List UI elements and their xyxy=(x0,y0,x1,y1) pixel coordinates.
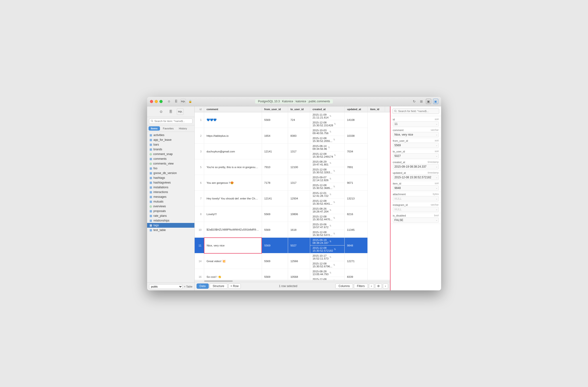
field-chevron-from_user_id[interactable]: ⌄ xyxy=(435,143,439,147)
sidebar-item-comments_view[interactable]: ◎comments_view xyxy=(147,161,194,166)
field-value-comment[interactable]: Nice, very nice xyxy=(393,133,435,137)
sidebar-item-interactions[interactable]: ▦interactions xyxy=(147,190,194,194)
sidebar-item-overviews[interactable]: ◎overviews xyxy=(147,204,194,209)
sidebar-item-hashtags[interactable]: ▦hashtags xyxy=(147,175,194,180)
field-row-item_id[interactable]: item_idint49848⌄ xyxy=(391,181,441,192)
table-row[interactable]: 10$2a$10$HZLN88PNuWWi4ZuS91b8dR98ijt0khl… xyxy=(195,222,390,238)
sidebar-item-comments[interactable]: ▦comments xyxy=(147,156,194,161)
table-row[interactable]: 1💙💙💙55697242015-11-09 21:11:21.614⇅2015-… xyxy=(195,112,390,128)
cell-comment[interactable]: Hey lovely! You should def. enter the Ch… xyxy=(204,191,262,206)
field-chevron-to_user_id[interactable]: ⌄ xyxy=(435,154,439,158)
field-value-is_disabled[interactable]: FALSE xyxy=(393,218,435,222)
sidebar-item-proposals[interactable]: ▦proposals xyxy=(147,209,194,213)
grid-icon[interactable]: ⊞ xyxy=(419,99,424,104)
cell-comment[interactable]: So cool ! 👏 xyxy=(204,269,262,280)
tab-history[interactable]: History xyxy=(177,126,189,131)
field-chevron-created_at[interactable]: ⌄ xyxy=(435,165,439,168)
columns-button[interactable]: Columns xyxy=(335,284,353,289)
minimize-button[interactable] xyxy=(155,100,158,103)
field-value-attachment[interactable]: NULL xyxy=(393,197,435,201)
col-header-comment[interactable]: comment xyxy=(204,106,262,112)
sidebar-item-messages[interactable]: ▦messages xyxy=(147,194,194,199)
tab-items[interactable]: Items xyxy=(148,126,160,131)
cell-comment[interactable]: You're so pretty, this is a nice ni gorg… xyxy=(204,159,262,175)
cell-comment[interactable]: $2a$10$HZLN88PNuWWi4ZuS91b8dR98ijt0khlyc… xyxy=(204,222,262,238)
field-row-updated_at[interactable]: updated_attimestamp2015-12-08 15:30:52.5… xyxy=(391,171,441,181)
col-header-to_user_id[interactable]: to_user_id xyxy=(288,106,310,112)
sidebar-item-activities[interactable]: ▦activities xyxy=(147,133,194,137)
table-row[interactable]: 3duchuykun@gmail.com1214113172015-08-14 … xyxy=(195,144,390,159)
sidebar-item-hashtagviews[interactable]: ▦hashtagviews xyxy=(147,180,194,185)
cell-comment[interactable]: You are gorgeous !!😍 xyxy=(204,175,262,191)
sidebar-item-rate_plans[interactable]: ▦rate_plans xyxy=(147,213,194,218)
cell-comment[interactable]: Nice, very nice xyxy=(204,238,262,253)
col-header-item_id[interactable]: item_id xyxy=(368,106,385,112)
table-row[interactable]: 8Lovely!!!5569108062015-08-26 18:28:47.2… xyxy=(195,206,390,222)
table-row[interactable]: 6You are gorgeous !!😍717813172015-09-07 … xyxy=(195,175,390,191)
refresh-icon[interactable]: ↻ xyxy=(412,99,417,104)
table-row[interactable]: 2https://tableplus.io165483832015-10-03 … xyxy=(195,128,390,144)
field-row-from_user_id[interactable]: from_user_idint45569⌄ xyxy=(391,138,441,149)
structure-tab-button[interactable]: Structure xyxy=(210,284,228,289)
sidebar-item-app_for_leave[interactable]: ▦app_for_leave xyxy=(147,137,194,142)
table-row[interactable]: 5You're so pretty, this is a nice ni gor… xyxy=(195,159,390,175)
sidebar-item-relationships[interactable]: ▦relationships xyxy=(147,218,194,223)
field-chevron-item_id[interactable]: ⌄ xyxy=(435,186,439,190)
sidebar-search-input[interactable] xyxy=(149,118,192,124)
data-tab-button[interactable]: Data xyxy=(197,284,209,289)
maximize-button[interactable] xyxy=(160,100,163,103)
panel-right-icon[interactable]: ▣ xyxy=(433,99,438,104)
close-button[interactable] xyxy=(150,100,153,103)
sidebar-item-tags[interactable]: ▦tags xyxy=(147,223,194,228)
sidebar-item-brands[interactable]: ▦brands xyxy=(147,147,194,152)
field-row-is_disabled[interactable]: is_disabledboolFALSE⌄ xyxy=(391,213,441,224)
sql-icon[interactable]: SQL xyxy=(181,99,186,104)
panel-left-icon[interactable]: ▣ xyxy=(426,99,431,104)
prev-page-button[interactable]: ‹ xyxy=(369,284,374,289)
sidebar-item-installations[interactable]: ▦installations xyxy=(147,185,194,190)
field-chevron-instagram_id[interactable]: ⌄ xyxy=(435,208,439,211)
field-row-id[interactable]: idint411⌄ xyxy=(391,117,441,128)
table-row[interactable]: 16So cool ! 👏5569105682015-08-28 13:05:4… xyxy=(195,269,390,280)
lock-icon[interactable]: 🔒 xyxy=(188,99,193,104)
sidebar-item-goose_db_version[interactable]: ▦goose_db_version xyxy=(147,171,194,175)
tab-favorites[interactable]: Favorites xyxy=(160,126,176,131)
database-nav-icon[interactable]: 🗄 xyxy=(167,108,174,115)
field-row-attachment[interactable]: attachmentbyteaNULL⌄ xyxy=(391,192,441,203)
schema-select[interactable]: public xyxy=(149,284,183,289)
field-row-instagram_id[interactable]: instagram_idvarcharNULL⌄ xyxy=(391,203,441,213)
field-chevron-attachment[interactable]: ⌄ xyxy=(435,197,439,200)
field-chevron-id[interactable]: ⌄ xyxy=(435,122,439,126)
cell-comment[interactable]: https://tableplus.io xyxy=(204,128,262,144)
sidebar-item-foo[interactable]: ▦foo xyxy=(147,166,194,171)
filters-button[interactable]: Filters xyxy=(354,284,368,289)
col-header-id[interactable]: id xyxy=(195,106,204,112)
sidebar-item-mutuals[interactable]: ▦mutuals xyxy=(147,199,194,204)
field-row-comment[interactable]: commentvarcharNice, very nice⌄ xyxy=(391,128,441,138)
field-chevron-comment[interactable]: ⌄ xyxy=(435,133,439,136)
field-value-item_id[interactable]: 9848 xyxy=(393,186,435,190)
right-panel-search-input[interactable] xyxy=(392,108,439,114)
table-row[interactable]: 7Hey lovely! You should def. enter the C… xyxy=(195,191,390,206)
cell-comment[interactable]: Great video! 💥 xyxy=(204,253,262,269)
field-value-from_user_id[interactable]: 5569 xyxy=(393,143,435,147)
table-row[interactable]: 11Nice, very nice556950272015-09-19 08:3… xyxy=(195,238,390,253)
field-row-created_at[interactable]: created_attimestamp2015-09-19 08:38:24.3… xyxy=(391,160,441,171)
table-container[interactable]: idcommentfrom_user_idto_user_idcreated_a… xyxy=(195,106,390,280)
sidebar-item-bars[interactable]: ▦bars xyxy=(147,142,194,147)
database-icon[interactable]: ⊙ xyxy=(166,99,172,104)
add-table-button[interactable]: + Table xyxy=(184,285,192,288)
server-icon[interactable]: 🗄 xyxy=(173,99,179,104)
field-chevron-updated_at[interactable]: ⌄ xyxy=(435,175,439,179)
col-header-from_user_id[interactable]: from_user_id xyxy=(262,106,288,112)
col-header-updated_at[interactable]: updated_at xyxy=(345,106,368,112)
field-value-to_user_id[interactable]: 5027 xyxy=(393,154,435,158)
cell-comment[interactable]: 💙💙💙 xyxy=(204,112,262,128)
connection-icon[interactable]: ⊙ xyxy=(158,108,165,115)
add-row-button[interactable]: + Row xyxy=(228,284,241,289)
cell-comment[interactable]: Lovely!!! xyxy=(204,206,262,222)
settings-icon[interactable]: ⚙ xyxy=(375,284,382,289)
field-value-instagram_id[interactable]: NULL xyxy=(393,207,435,212)
col-header-created_at[interactable]: created_at xyxy=(310,106,345,112)
field-value-created_at[interactable]: 2015-09-19 08:38:24.337 xyxy=(393,165,435,169)
